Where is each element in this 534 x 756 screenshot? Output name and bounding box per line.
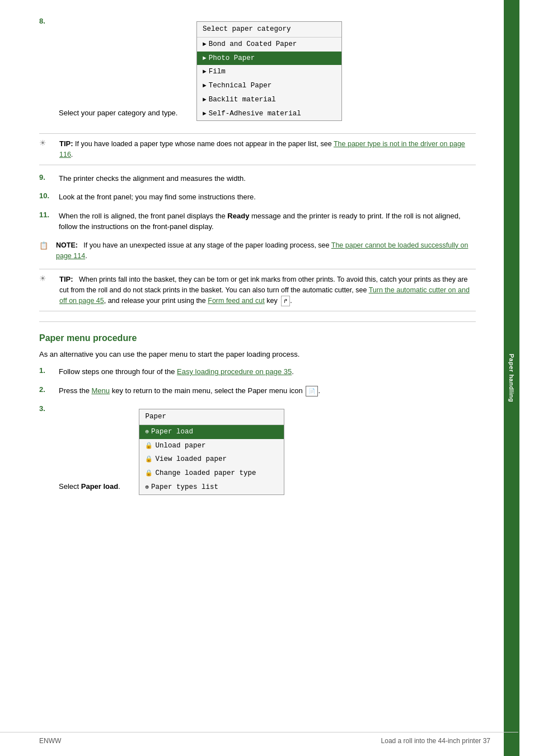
page-footer: ENWW Load a roll into the 44-inch printe…	[0, 732, 518, 745]
lcd-menu-item: ► Technical Paper	[197, 79, 341, 93]
arrow-icon: ►	[203, 67, 207, 77]
step-11-text: When the roll is aligned, the front pane…	[59, 211, 476, 232]
step-8-text: Select your paper category and type.	[59, 109, 177, 117]
section-step2-link[interactable]: Menu	[92, 386, 110, 395]
section-step1-link[interactable]: Easy loading procedure on page 35	[177, 367, 292, 376]
step-number-8: 8.	[39, 17, 59, 25]
step-number-9: 9.	[39, 173, 59, 181]
tip-icon-2: ☀	[39, 274, 56, 283]
lcd-paper-menu-item: 🔒 View loaded paper	[139, 452, 284, 466]
tip1-text: If you have loaded a paper type whose na…	[75, 140, 334, 148]
section-divider	[39, 321, 476, 322]
form-feed-icon: ↱	[281, 296, 290, 306]
tip-box-2: ☀ TIP: When prints fall into the basket,…	[39, 269, 476, 311]
step-10-text: Look at the front panel; you may find so…	[59, 192, 476, 203]
section-step-number-3: 3.	[39, 404, 59, 413]
lcd-paper-menu-title: Paper	[139, 409, 284, 425]
arrow-icon: ►	[203, 109, 207, 119]
plus-icon: ⊕	[145, 483, 149, 492]
lcd-menu-item: ► Backlit material	[197, 93, 341, 107]
lcd-menu-item: ► Bond and Coated Paper	[197, 38, 341, 52]
tip-text-1: TIP: If you have loaded a paper type who…	[59, 138, 476, 160]
step-9-text: The printer checks the alignment and mea…	[59, 173, 476, 184]
footer-right: Load a roll into the 44-inch printer 37	[381, 737, 490, 745]
section-step-1: 1. Follow steps one through four of the …	[39, 366, 476, 377]
arrow-icon: ►	[203, 54, 207, 63]
lock-icon: 🔒	[145, 441, 153, 451]
step-11: 11. When the roll is aligned, the front …	[39, 211, 476, 232]
arrow-icon: ►	[203, 81, 207, 91]
lcd-paper-menu: Paper ⊕ Paper load 🔒 Unload paper 🔒 View…	[139, 409, 284, 495]
lcd-menu-item: ► Film	[197, 65, 341, 79]
section-step-number-2: 2.	[39, 385, 59, 394]
section-intro: As an alternative you can use the paper …	[39, 349, 476, 360]
section-step-3: 3. Select Paper load. Paper ⊕ Paper load…	[39, 404, 476, 500]
note-icon-1: 📋	[39, 240, 54, 251]
section-step-number-1: 1.	[39, 366, 59, 375]
note-text-1: NOTE: If you have an unexpected issue at…	[56, 240, 476, 262]
lcd-menu-title: Select paper category	[197, 22, 341, 38]
lcd-menu-item: ► Self-Adhesive material	[197, 107, 341, 121]
step-8: 8. Select your paper category and type. …	[39, 17, 476, 125]
step-9: 9. The printer checks the alignment and …	[39, 173, 476, 184]
side-tab-label: Paper handling	[508, 354, 515, 402]
lcd-paper-menu-item: 🔒 Unload paper	[139, 439, 284, 453]
lock-icon: 🔒	[145, 455, 153, 464]
paper-menu-icon: 📄	[306, 386, 318, 396]
lcd-paper-category-menu: Select paper category ► Bond and Coated …	[196, 21, 342, 121]
lock-icon: 🔒	[145, 469, 153, 478]
arrow-icon: ►	[203, 40, 207, 49]
footer-left: ENWW	[39, 737, 61, 745]
step-number-11: 11.	[39, 211, 59, 219]
lcd-paper-menu-item: ⊕ Paper types list	[139, 480, 284, 494]
step-10: 10. Look at the front panel; you may fin…	[39, 192, 476, 203]
step-number-10: 10.	[39, 192, 59, 200]
lcd-paper-menu-item: 🔒 Change loaded paper type	[139, 466, 284, 480]
section-step-2: 2. Press the Menu key to return to the m…	[39, 385, 476, 396]
tip-icon-1: ☀	[39, 138, 56, 147]
arrow-icon: ►	[203, 95, 207, 105]
note-box-1: 📋 NOTE: If you have an unexpected issue …	[39, 240, 476, 262]
lcd-menu-item-selected: ► Photo Paper	[197, 52, 341, 66]
lcd-paper-menu-item-selected: ⊕ Paper load	[139, 425, 284, 439]
side-tab: Paper handling	[504, 0, 519, 756]
tip-box-1: ☀ TIP: If you have loaded a paper type w…	[39, 133, 476, 165]
plus-icon: ⊕	[145, 427, 149, 437]
section-heading: Paper menu procedure	[39, 333, 476, 343]
tip2-link2[interactable]: Form feed and cut	[208, 297, 264, 305]
tip-text-2: TIP: When prints fall into the basket, t…	[59, 274, 476, 306]
